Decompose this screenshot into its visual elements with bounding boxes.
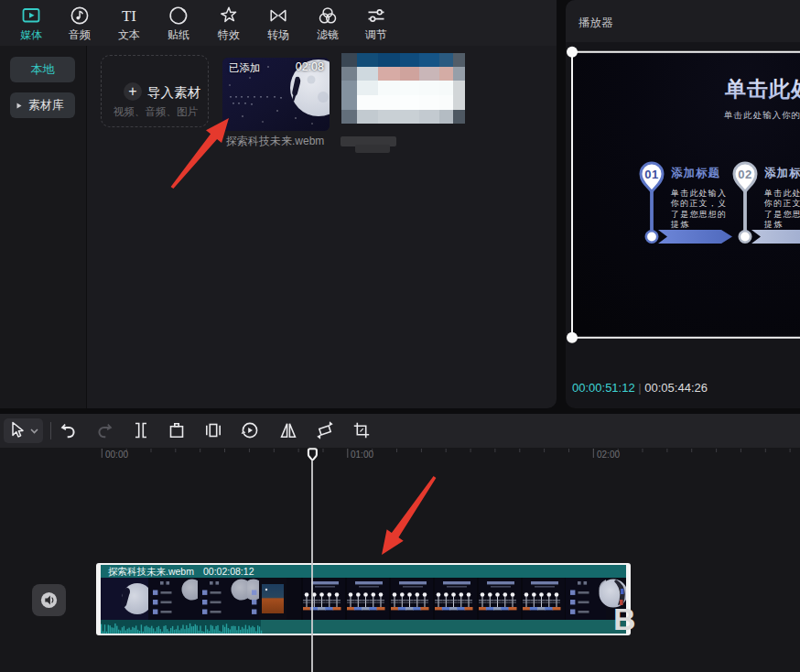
svg-text:B: B — [613, 602, 636, 636]
svg-text:02:00: 02:00 — [597, 450, 620, 460]
svg-text:00:00: 00:00 — [105, 450, 128, 460]
